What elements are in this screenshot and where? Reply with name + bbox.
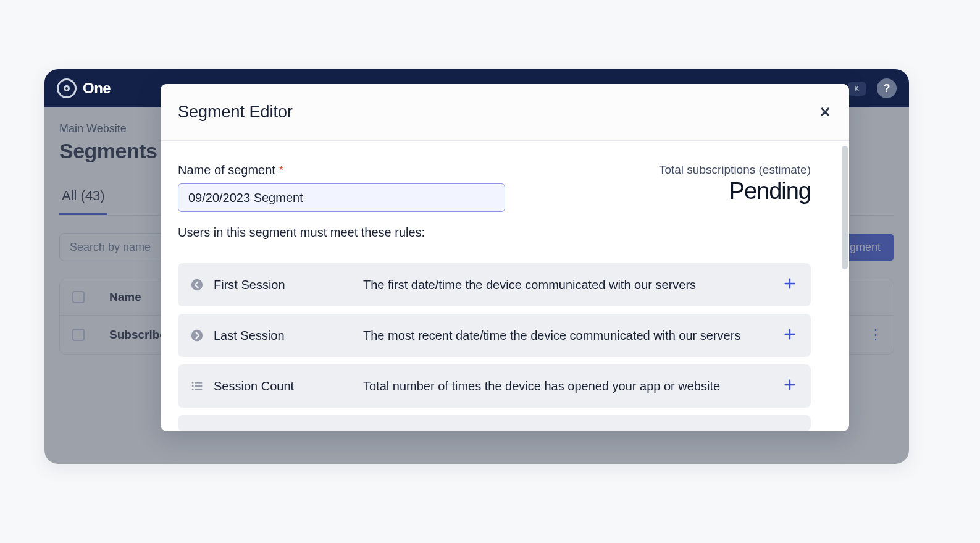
help-icon[interactable]: ? — [877, 78, 897, 98]
rule-card-next[interactable] — [178, 415, 811, 431]
add-rule-button[interactable] — [769, 327, 811, 343]
svg-point-1 — [191, 330, 203, 341]
name-label-text: Name of segment — [178, 163, 275, 177]
scrollbar-thumb[interactable] — [842, 146, 848, 269]
segment-name-input[interactable] — [178, 183, 505, 212]
svg-point-0 — [191, 279, 203, 290]
rule-desc: The most recent date/time the device com… — [363, 329, 769, 343]
plus-icon — [783, 277, 797, 290]
rule-desc: Total number of times the device has ope… — [363, 379, 769, 394]
arrow-right-circle-icon — [190, 329, 204, 342]
list-icon — [190, 379, 204, 393]
rule-desc: The first date/time the device communica… — [363, 278, 769, 292]
rule-list: First Session The first date/time the de… — [178, 263, 811, 431]
search-placeholder: Search by name — [70, 241, 151, 254]
estimate-block: Total subscriptions (estimate) Pending — [659, 163, 811, 204]
nav-right: K ? — [848, 78, 897, 98]
col-select — [60, 280, 97, 314]
checkbox-icon[interactable] — [72, 329, 85, 341]
required-mark: * — [279, 163, 283, 177]
estimate-label: Total subscriptions (estimate) — [659, 163, 811, 177]
modal-scroll: Name of segment * Total subscriptions (e… — [161, 141, 840, 431]
plus-icon — [783, 327, 797, 341]
nav-left: One — [57, 78, 111, 98]
estimate-value: Pending — [659, 178, 811, 204]
scrollbar[interactable] — [840, 141, 849, 431]
svg-point-2 — [192, 382, 194, 384]
form-row-top: Name of segment * Total subscriptions (e… — [178, 163, 811, 212]
segment-editor-modal: Segment Editor ✕ Name of segment * — [161, 84, 849, 431]
brand-logo-icon — [57, 78, 77, 98]
name-group: Name of segment * — [178, 163, 505, 212]
tab-all[interactable]: All (43) — [59, 182, 107, 215]
row-actions-kebab-icon[interactable]: ⋮ — [856, 316, 894, 354]
svg-point-3 — [192, 385, 194, 387]
add-rule-button[interactable] — [769, 378, 811, 394]
checkbox-icon[interactable] — [72, 291, 85, 303]
rule-card-first-session[interactable]: First Session The first date/time the de… — [178, 263, 811, 306]
rule-name: First Session — [214, 278, 285, 292]
nav-shortcut-pill[interactable]: K — [848, 82, 866, 96]
rules-hint: Users in this segment must meet these ru… — [178, 225, 811, 240]
add-rule-button[interactable] — [769, 277, 811, 293]
brand-name: One — [83, 80, 111, 97]
rule-card-last-session[interactable]: Last Session The most recent date/time t… — [178, 314, 811, 357]
plus-icon — [783, 378, 797, 392]
rule-card-session-count[interactable]: Session Count Total number of times the … — [178, 364, 811, 408]
col-actions — [856, 286, 894, 308]
modal-header: Segment Editor ✕ — [161, 84, 849, 141]
svg-point-4 — [192, 389, 194, 390]
stage: One K ? Main Website Segments All (43) S… — [0, 0, 980, 543]
modal-title: Segment Editor — [178, 103, 293, 122]
close-icon[interactable]: ✕ — [817, 103, 833, 122]
modal-body: Name of segment * Total subscriptions (e… — [161, 141, 849, 431]
arrow-left-circle-icon — [190, 278, 204, 292]
rule-name: Session Count — [214, 379, 294, 394]
new-segment-button-label: gment — [850, 241, 881, 253]
rule-name: Last Session — [214, 329, 285, 343]
name-label: Name of segment * — [178, 163, 505, 177]
row-select — [60, 318, 97, 352]
